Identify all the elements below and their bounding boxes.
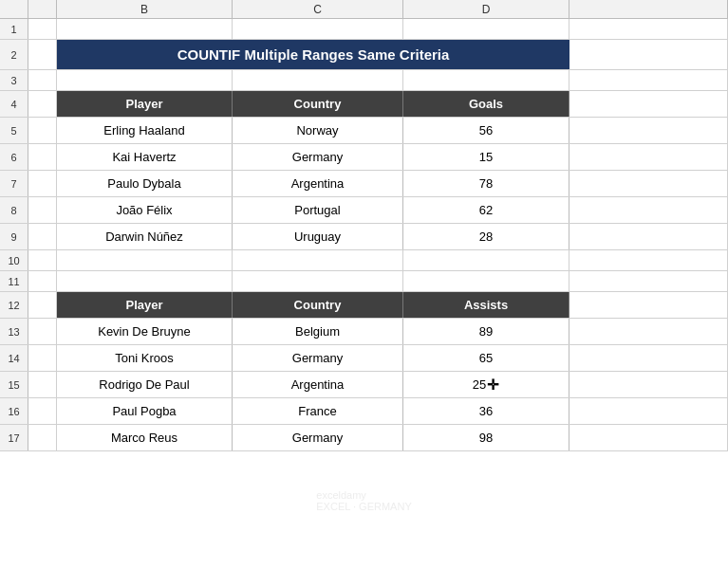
cell-d13[interactable]: 89 bbox=[403, 319, 569, 344]
row-5: 5 Erling Haaland Norway 56 bbox=[0, 118, 728, 144]
cell-c12-header: Country bbox=[233, 292, 403, 318]
cell-a6[interactable] bbox=[28, 144, 57, 170]
cell-b6[interactable]: Kai Havertz bbox=[57, 144, 233, 170]
cell-c11[interactable] bbox=[233, 271, 403, 291]
cell-c1[interactable] bbox=[233, 19, 403, 39]
cell-a2[interactable] bbox=[28, 40, 57, 69]
cell-a11[interactable] bbox=[28, 271, 57, 291]
row-15: 15 Rodrigo De Paul Argentina 25✛ bbox=[0, 372, 728, 398]
col-header-d: D bbox=[403, 0, 569, 18]
cell-b5[interactable]: Erling Haaland bbox=[57, 118, 233, 143]
cell-c10[interactable] bbox=[233, 250, 403, 270]
cell-d7[interactable]: 78 bbox=[403, 171, 569, 196]
row-num-13: 13 bbox=[0, 319, 28, 344]
column-headers: B C D bbox=[0, 0, 728, 19]
cell-c3[interactable] bbox=[233, 70, 403, 90]
cell-rest-15 bbox=[569, 372, 728, 397]
row-num-2: 2 bbox=[0, 40, 28, 69]
row-num-8: 8 bbox=[0, 197, 28, 223]
cell-d9[interactable]: 28 bbox=[403, 224, 569, 249]
row-14: 14 Toni Kroos Germany 65 bbox=[0, 345, 728, 372]
cell-b3[interactable] bbox=[57, 70, 233, 90]
cell-a8[interactable] bbox=[28, 197, 57, 223]
cell-a13[interactable] bbox=[28, 319, 57, 344]
cell-a17[interactable] bbox=[28, 425, 57, 450]
cell-d16[interactable]: 36 bbox=[403, 398, 569, 424]
cell-d4-header: Goals bbox=[403, 91, 569, 117]
cell-d1[interactable] bbox=[403, 19, 569, 39]
cell-d15[interactable]: 25✛ bbox=[403, 372, 569, 397]
cell-b11[interactable] bbox=[57, 271, 233, 291]
cell-b14[interactable]: Toni Kroos bbox=[57, 345, 233, 371]
cell-c6[interactable]: Germany bbox=[233, 144, 403, 170]
cell-b7[interactable]: Paulo Dybala bbox=[57, 171, 233, 196]
cell-b15[interactable]: Rodrigo De Paul bbox=[57, 372, 233, 397]
cell-a5[interactable] bbox=[28, 118, 57, 143]
cell-rest-17 bbox=[569, 425, 728, 450]
row-13: 13 Kevin De Bruyne Belgium 89 bbox=[0, 319, 728, 345]
cell-rest-7 bbox=[569, 171, 728, 196]
cell-d6[interactable]: 15 bbox=[403, 144, 569, 170]
row-7: 7 Paulo Dybala Argentina 78 bbox=[0, 171, 728, 197]
cell-a10[interactable] bbox=[28, 250, 57, 270]
cell-b13[interactable]: Kevin De Bruyne bbox=[57, 319, 233, 344]
cell-b17[interactable]: Marco Reus bbox=[57, 425, 233, 450]
cell-d8[interactable]: 62 bbox=[403, 197, 569, 223]
grid-body: 1 2 COUNTIF Multiple Ranges Same Criteri… bbox=[0, 19, 728, 569]
cell-c8[interactable]: Portugal bbox=[233, 197, 403, 223]
cell-d17[interactable]: 98 bbox=[403, 425, 569, 450]
cell-a7[interactable] bbox=[28, 171, 57, 196]
cell-a12[interactable] bbox=[28, 292, 57, 318]
table1-goals-header: Goals bbox=[469, 97, 503, 111]
cell-d3[interactable] bbox=[403, 70, 569, 90]
row-16: 16 Paul Pogba France 36 bbox=[0, 398, 728, 425]
row-num-7: 7 bbox=[0, 171, 28, 196]
row-num-5: 5 bbox=[0, 118, 28, 143]
cell-b10[interactable] bbox=[57, 250, 233, 270]
cell-rest-6 bbox=[569, 144, 728, 170]
row-num-12: 12 bbox=[0, 292, 28, 318]
cell-a4[interactable] bbox=[28, 91, 57, 117]
cell-c5[interactable]: Norway bbox=[233, 118, 403, 143]
title-cell: COUNTIF Multiple Ranges Same Criteria bbox=[57, 40, 569, 69]
cell-d5[interactable]: 56 bbox=[403, 118, 569, 143]
cell-c16[interactable]: France bbox=[233, 398, 403, 424]
spreadsheet: B C D 1 2 COUNTIF Multiple Ranges Same C… bbox=[0, 0, 728, 569]
row-4: 4 Player Country Goals bbox=[0, 91, 728, 118]
row-num-14: 14 bbox=[0, 345, 28, 371]
row-3: 3 bbox=[0, 70, 728, 91]
table1-country-header: Country bbox=[294, 97, 342, 111]
cell-a9[interactable] bbox=[28, 224, 57, 249]
cell-b1[interactable] bbox=[57, 19, 233, 39]
cell-d11[interactable] bbox=[403, 271, 569, 291]
cell-a3[interactable] bbox=[28, 70, 57, 90]
cell-d10[interactable] bbox=[403, 250, 569, 270]
cell-c9[interactable]: Uruguay bbox=[233, 224, 403, 249]
cell-c13[interactable]: Belgium bbox=[233, 319, 403, 344]
row-12: 12 Player Country Assists bbox=[0, 292, 728, 319]
row-num-17: 17 bbox=[0, 425, 28, 450]
cell-rest-10 bbox=[569, 250, 728, 270]
row-2: 2 COUNTIF Multiple Ranges Same Criteria bbox=[0, 40, 728, 70]
cell-rest-13 bbox=[569, 319, 728, 344]
table2-player-header: Player bbox=[125, 298, 162, 312]
cell-b12-header: Player bbox=[57, 292, 233, 318]
cell-c7[interactable]: Argentina bbox=[233, 171, 403, 196]
cell-a14[interactable] bbox=[28, 345, 57, 371]
cell-c17[interactable]: Germany bbox=[233, 425, 403, 450]
cell-b16[interactable]: Paul Pogba bbox=[57, 398, 233, 424]
cell-b9[interactable]: Darwin Núñez bbox=[57, 224, 233, 249]
row-11: 11 bbox=[0, 271, 728, 292]
row-8: 8 João Félix Portugal 62 bbox=[0, 197, 728, 224]
cell-c15[interactable]: Argentina bbox=[233, 372, 403, 397]
row-num-4: 4 bbox=[0, 91, 28, 117]
cell-b8[interactable]: João Félix bbox=[57, 197, 233, 223]
cell-a16[interactable] bbox=[28, 398, 57, 424]
cell-c14[interactable]: Germany bbox=[233, 345, 403, 371]
cell-a1[interactable] bbox=[28, 19, 57, 39]
corner-cell bbox=[0, 0, 28, 18]
cell-d14[interactable]: 65 bbox=[403, 345, 569, 371]
row-9: 9 Darwin Núñez Uruguay 28 bbox=[0, 224, 728, 250]
cell-a15[interactable] bbox=[28, 372, 57, 397]
cell-rest-2 bbox=[569, 40, 728, 69]
